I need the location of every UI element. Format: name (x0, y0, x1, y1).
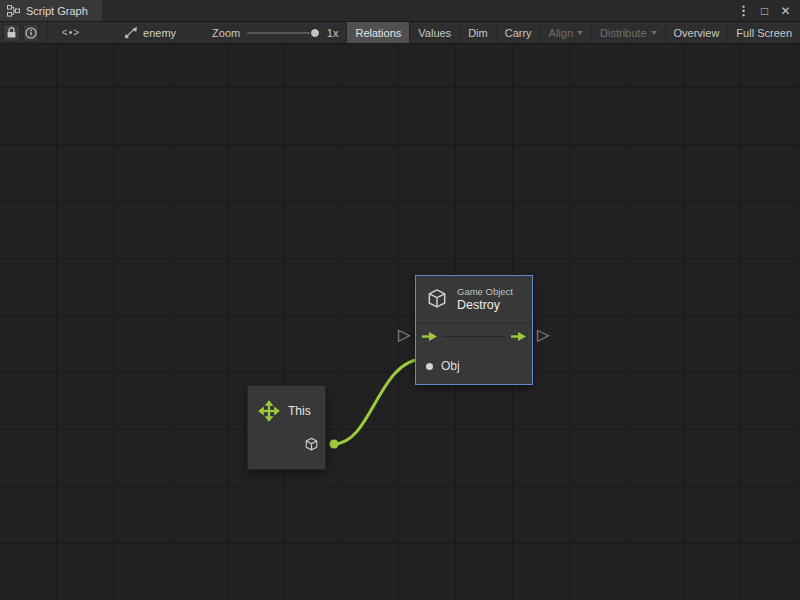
titlebar: Script Graph ⋮ □ ✕ (0, 0, 800, 22)
toolbar-button-carry[interactable]: Carry (497, 22, 540, 43)
graph-canvas[interactable]: ▷ ▷ Game Object Destroy (0, 44, 800, 600)
maximize-icon[interactable]: □ (757, 1, 772, 21)
toolbar-button-relations-label: Relations (355, 27, 401, 39)
zoom-value: 1x (327, 27, 339, 39)
node-this[interactable]: This (247, 385, 326, 470)
dropdown-caret-icon (651, 31, 657, 35)
toolbar-button-align[interactable]: Align (541, 22, 591, 43)
toolbar-button-values-label: Values (418, 27, 451, 39)
tab-script-graph[interactable]: Script Graph (0, 0, 102, 21)
script-graph-tab-icon (7, 5, 20, 17)
toolbar-separator (47, 22, 48, 43)
zoom-slider[interactable] (247, 26, 320, 40)
connection-layer (0, 44, 800, 600)
script-graph-window: Script Graph ⋮ □ ✕ <•> (0, 0, 800, 600)
flow-output-port[interactable] (510, 331, 527, 342)
node-destroy-titles: Game Object Destroy (457, 286, 513, 312)
node-destroy-title: Destroy (457, 298, 513, 312)
connection-wire-this-to-obj[interactable] (334, 359, 424, 444)
toolbar-button-dim[interactable]: Dim (460, 22, 496, 43)
toolbar-button-values[interactable]: Values (410, 22, 459, 43)
node-this-header: This (248, 386, 325, 423)
toolbar-button-dim-label: Dim (468, 27, 488, 39)
toolbar-button-carry-label: Carry (505, 27, 532, 39)
graph-name-label: enemy (143, 27, 176, 39)
node-destroy[interactable]: Game Object Destroy Obj (415, 275, 533, 385)
this-output-port[interactable] (330, 440, 339, 449)
node-destroy-flow-row (416, 322, 532, 350)
toolbar-button-distribute-label: Distribute (600, 27, 646, 39)
toolbar-button-full-screen[interactable]: Full Screen (728, 22, 800, 43)
node-destroy-obj-row: Obj (416, 350, 532, 382)
toolbar-button-overview[interactable]: Overview (666, 22, 728, 43)
toolbar-button-full-screen-label: Full Screen (736, 27, 792, 39)
graph-asset-icon (124, 26, 138, 39)
toolbar-button-align-label: Align (549, 27, 573, 39)
lock-icon (6, 27, 17, 39)
toolbar-button-overview-label: Overview (674, 27, 720, 39)
node-destroy-header: Game Object Destroy (416, 276, 532, 322)
info-icon (25, 27, 37, 39)
obj-port-label: Obj (441, 359, 460, 373)
flow-input-port[interactable] (421, 331, 438, 342)
this-output-cube-icon (304, 437, 319, 452)
toolbar-button-relations[interactable]: Relations (347, 22, 409, 43)
zoom-slider-knob[interactable] (310, 28, 320, 38)
graph-toolbar: <•> enemy Zoom 1x Relations Values (0, 22, 800, 44)
zoom-label: Zoom (212, 27, 240, 39)
close-icon[interactable]: ✕ (778, 1, 793, 21)
code-preview-icon[interactable]: <•> (62, 27, 80, 38)
flow-ghost-arrow-left: ▷ (398, 328, 410, 342)
flow-ghost-arrow-right: ▷ (537, 328, 549, 342)
obj-input-port[interactable] (426, 363, 433, 370)
tab-title: Script Graph (26, 5, 88, 17)
info-button[interactable] (23, 24, 40, 42)
titlebar-actions: ⋮ □ ✕ (736, 0, 800, 21)
toolbar-toggle-group: Relations Values Dim Carry Align Distrib… (346, 22, 800, 43)
lock-button[interactable] (3, 24, 20, 42)
node-destroy-category: Game Object (457, 286, 513, 298)
zoom-slider-track[interactable] (247, 32, 320, 34)
dropdown-caret-icon (577, 31, 583, 35)
toolbar-button-distribute[interactable]: Distribute (592, 22, 664, 43)
relation-line (443, 336, 505, 337)
window-menu-kebab-icon[interactable]: ⋮ (736, 1, 751, 21)
graph-reference[interactable]: enemy (124, 26, 176, 39)
game-object-cube-icon (426, 288, 448, 310)
this-move-icon (257, 399, 281, 423)
node-this-title: This (288, 404, 311, 418)
